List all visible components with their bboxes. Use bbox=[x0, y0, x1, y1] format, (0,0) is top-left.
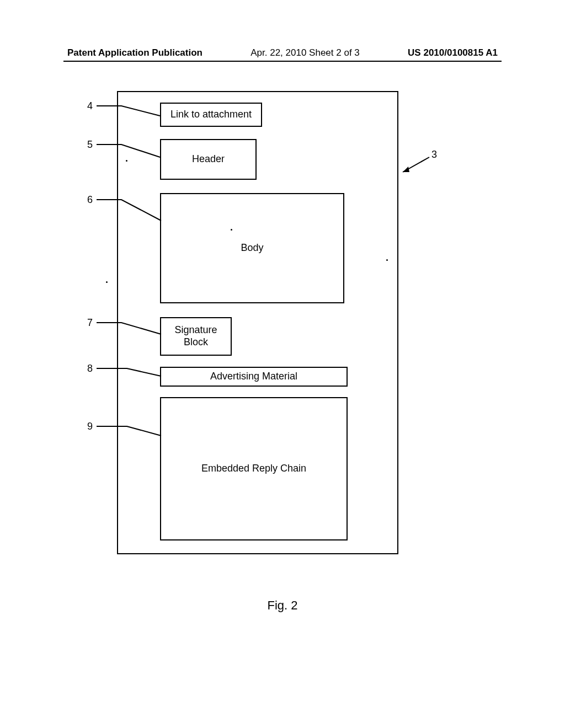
ref-4: 4 bbox=[87, 100, 93, 112]
svg-marker-1 bbox=[403, 167, 409, 172]
embedded-reply-chain-label: Embedded Reply Chain bbox=[201, 463, 306, 475]
speck bbox=[231, 229, 232, 231]
header-box: Header bbox=[160, 139, 257, 180]
page-header: Patent Application Publication Apr. 22, … bbox=[0, 47, 565, 58]
advertising-material-box: Advertising Material bbox=[160, 367, 348, 387]
ref-6: 6 bbox=[87, 194, 93, 206]
signature-block-box: Signature Block bbox=[160, 317, 232, 356]
speck bbox=[106, 281, 108, 283]
ref-9: 9 bbox=[87, 421, 93, 432]
header-rule bbox=[63, 61, 502, 62]
advertising-material-label: Advertising Material bbox=[210, 371, 297, 383]
signature-block-label: Signature Block bbox=[161, 324, 231, 348]
body-box-label: Body bbox=[241, 242, 263, 254]
link-to-attachment-label: Link to attachment bbox=[170, 109, 252, 121]
ref-8: 8 bbox=[87, 363, 93, 374]
ref-3: 3 bbox=[431, 149, 437, 160]
speck bbox=[126, 160, 127, 162]
link-to-attachment-box: Link to attachment bbox=[160, 103, 262, 127]
speck bbox=[386, 259, 388, 261]
figure-label: Fig. 2 bbox=[0, 598, 565, 613]
body-box: Body bbox=[160, 193, 344, 303]
ref-5: 5 bbox=[87, 139, 93, 151]
page-header-center: Apr. 22, 2010 Sheet 2 of 3 bbox=[250, 47, 360, 58]
ref-7: 7 bbox=[87, 317, 93, 329]
header-box-label: Header bbox=[192, 153, 225, 165]
embedded-reply-chain-box: Embedded Reply Chain bbox=[160, 397, 348, 540]
page-header-left: Patent Application Publication bbox=[67, 47, 202, 58]
page-header-right: US 2010/0100815 A1 bbox=[408, 47, 498, 58]
svg-line-0 bbox=[403, 157, 429, 172]
